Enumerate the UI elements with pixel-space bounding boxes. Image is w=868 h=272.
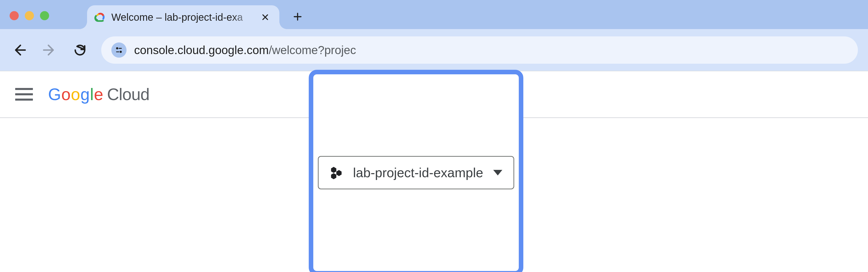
browser-tab-active[interactable]: Welcome – lab-project-id-exa (87, 5, 279, 29)
window-controls (10, 11, 49, 20)
dropdown-caret-icon (493, 170, 502, 175)
svg-marker-4 (331, 167, 336, 173)
project-hex-icon (330, 166, 343, 179)
project-selector-name: lab-project-id-example (353, 165, 483, 180)
nav-forward-button[interactable] (40, 41, 59, 59)
tab-strip: Welcome – lab-project-id-exa (0, 0, 868, 29)
page-content: Google Cloud lab-project-id-example (0, 71, 868, 272)
svg-point-2 (120, 50, 122, 53)
svg-rect-1 (119, 48, 122, 48)
logo-cloud-text: Cloud (107, 85, 149, 104)
project-selector-button[interactable]: lab-project-id-example (318, 156, 514, 189)
svg-rect-3 (116, 51, 119, 52)
address-bar[interactable]: console.cloud.google.com/welcome?projec (101, 36, 858, 64)
project-selector-highlight: lab-project-id-example (309, 70, 523, 272)
browser-chrome: Welcome – lab-project-id-exa (0, 0, 868, 71)
url-host: console.cloud.google.com (134, 43, 269, 57)
svg-point-0 (116, 47, 118, 49)
window-close-button[interactable] (10, 11, 19, 20)
tab-title: Welcome – lab-project-id-exa (111, 12, 254, 23)
tab-close-icon[interactable] (260, 12, 271, 23)
window-zoom-button[interactable] (40, 11, 49, 20)
navigation-menu-button[interactable] (15, 88, 33, 101)
nav-reload-button[interactable] (71, 41, 89, 59)
gcloud-header: Google Cloud lab-project-id-example (0, 71, 868, 118)
url-path: /welcome?projec (269, 43, 356, 57)
site-settings-icon[interactable] (111, 42, 127, 58)
svg-marker-6 (331, 173, 336, 179)
browser-toolbar: console.cloud.google.com/welcome?projec (0, 29, 868, 71)
nav-back-button[interactable] (10, 41, 28, 59)
svg-marker-5 (336, 170, 342, 176)
new-tab-button[interactable] (291, 11, 304, 23)
address-bar-url: console.cloud.google.com/welcome?projec (134, 43, 356, 57)
window-minimize-button[interactable] (25, 11, 34, 20)
google-cloud-icon (94, 12, 105, 23)
google-cloud-logo[interactable]: Google Cloud (48, 85, 149, 104)
